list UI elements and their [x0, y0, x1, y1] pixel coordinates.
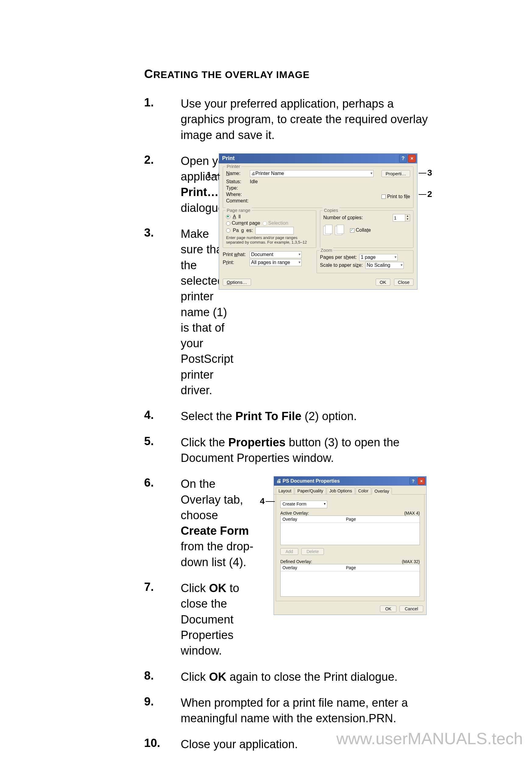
- active-overlay-table[interactable]: Overlay Page: [280, 516, 420, 545]
- defined-overlay-label: Defined Overlay:: [280, 559, 312, 564]
- close-icon[interactable]: ×: [408, 155, 416, 163]
- props-ok-button[interactable]: OK: [380, 605, 396, 612]
- callout-1: 1: [207, 170, 211, 180]
- tab-paper-quality[interactable]: Paper/Quality: [294, 488, 326, 494]
- name-label: Name:: [226, 171, 247, 176]
- step-7: 7. Click OK to close the Document Proper…: [144, 581, 255, 658]
- close-button[interactable]: Close: [394, 279, 413, 286]
- pages-hint: Enter page numbers and/or page ranges se…: [226, 235, 313, 245]
- step-7-text: Click OK to close the Document Propertie…: [181, 581, 255, 658]
- step-2: 2. Open your application's Print… dialog…: [144, 153, 202, 216]
- print-what-select[interactable]: Document: [250, 251, 302, 258]
- section-heading: CREATING THE OVERLAY IMAGE: [144, 67, 431, 81]
- printer-name-select[interactable]: 🖨 Printer Name: [250, 170, 374, 177]
- delete-button: Delete: [301, 548, 324, 555]
- range-all-radio[interactable]: All: [226, 214, 313, 220]
- active-overlay-label: Active Overlay:: [280, 511, 309, 516]
- step-1: 1. Use your preferred application, perha…: [144, 96, 431, 143]
- callout-2: 2: [427, 189, 432, 199]
- step-6-text: On the Overlay tab, choose Create Form f…: [181, 476, 255, 570]
- options-button[interactable]: Options…: [223, 279, 251, 286]
- range-current-radio[interactable]: Current page: [226, 221, 260, 226]
- printer-group: Printer Name: 🖨 Printer Name Properti… S: [223, 167, 413, 208]
- help-icon[interactable]: ?: [409, 477, 417, 485]
- range-pages-radio[interactable]: Pages:: [226, 227, 313, 234]
- properties-button[interactable]: Properti…: [381, 170, 410, 177]
- step-4: 4. Select the Print To File (2) option.: [144, 409, 431, 424]
- callout-4: 4: [260, 496, 265, 506]
- help-icon[interactable]: ?: [399, 155, 407, 163]
- zoom-group: Zoom Pages per sheet: 1 page Scale to pa…: [317, 250, 413, 273]
- step-5: 5. Click the Properties button (3) to op…: [144, 435, 431, 466]
- pages-per-sheet-select[interactable]: 1 page: [359, 254, 398, 261]
- figure-document-properties: 4 🖨 PS Document Properties ? × Layout Pa…: [262, 476, 431, 615]
- overlay-mode-select[interactable]: Create Form ▾: [280, 500, 327, 508]
- step-8: 8. Click OK again to close the Print dia…: [144, 669, 431, 685]
- step-9-text: When prompted for a print file name, ent…: [181, 695, 431, 727]
- range-selection-radio: Selection: [263, 221, 288, 226]
- add-button: Add: [280, 548, 298, 555]
- ok-button[interactable]: OK: [376, 279, 390, 286]
- collate-checkbox[interactable]: Collate: [350, 227, 371, 233]
- max4-label: (MAX 4): [404, 511, 420, 516]
- page-range-group: Page range All Current page Selection Pa…: [223, 210, 316, 248]
- max32-label: (MAX 32): [402, 559, 420, 564]
- step-8-text: Click OK again to close the Print dialog…: [181, 669, 431, 685]
- print-dialog-titlebar: Print ? ×: [219, 154, 417, 164]
- docprops-titlebar: 🖨 PS Document Properties ? ×: [274, 476, 426, 486]
- step-4-text: Select the Print To File (2) option.: [181, 409, 431, 424]
- step-3: 3. Make sure that the selected printer n…: [144, 226, 202, 398]
- figure-print-dialog: 1 3 2 Print ? ×: [208, 153, 431, 289]
- print-range-select[interactable]: All pages in range: [250, 259, 302, 266]
- tab-overlay[interactable]: Overlay: [372, 488, 392, 495]
- copies-spinner[interactable]: ▲▼: [393, 214, 410, 222]
- pages-input[interactable]: [255, 227, 294, 234]
- callout-3: 3: [427, 168, 432, 178]
- step-1-text: Use your preferred application, perhaps …: [181, 96, 431, 143]
- step-5-text: Click the Properties button (3) to open …: [181, 435, 431, 466]
- defined-overlay-table[interactable]: Overlay Page: [280, 564, 420, 597]
- collate-icon: [323, 224, 348, 236]
- scale-select[interactable]: No Scaling: [365, 262, 404, 269]
- print-to-file-checkbox[interactable]: Print to file: [381, 194, 410, 199]
- watermark: www.userMANUALS.tech: [336, 729, 523, 748]
- tab-job-options[interactable]: Job Options: [327, 488, 355, 494]
- step-6: 6. On the Overlay tab, choose Create For…: [144, 476, 255, 570]
- props-cancel-button[interactable]: Cancel: [400, 605, 423, 612]
- tab-layout[interactable]: Layout: [276, 488, 294, 494]
- copies-group: Copies Number of copies: ▲▼: [320, 210, 413, 248]
- close-icon[interactable]: ×: [418, 477, 425, 485]
- step-9: 9. When prompted for a print file name, …: [144, 695, 431, 727]
- tab-color[interactable]: Color: [355, 488, 371, 494]
